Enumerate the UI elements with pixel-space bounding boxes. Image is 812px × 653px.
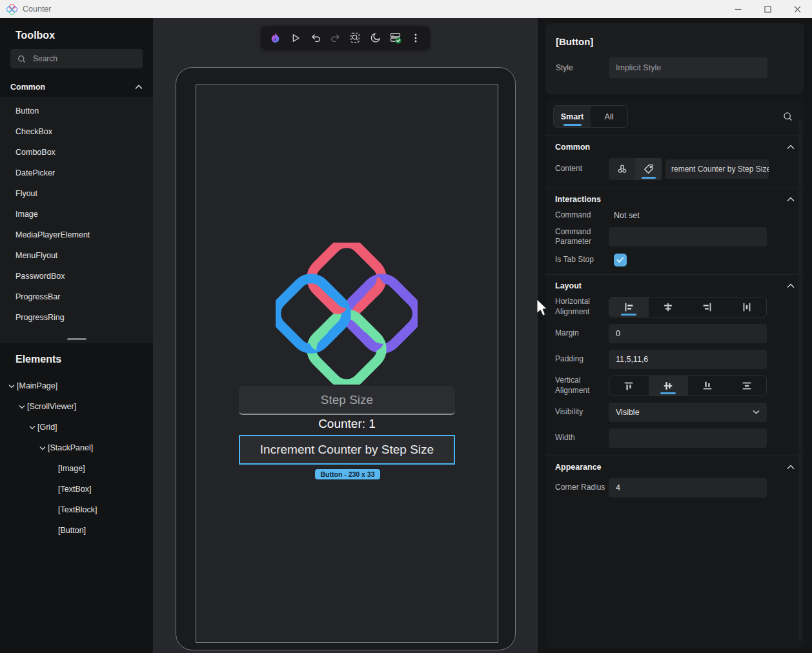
- check-icon: [616, 257, 624, 263]
- device-screen[interactable]: Step Size Counter: 1 Increment Counter b…: [196, 85, 498, 643]
- content-mode-toggle: [609, 158, 662, 180]
- align-center-vertical-icon: [662, 380, 674, 392]
- device-frame: Step Size Counter: 1 Increment Counter b…: [176, 67, 516, 650]
- align-center-horizontal-icon: [662, 301, 674, 313]
- section-interactions-header[interactable]: Interactions: [555, 188, 795, 210]
- align-top-button[interactable]: [609, 376, 649, 396]
- step-size-textbox[interactable]: Step Size: [239, 386, 455, 415]
- toolbox-item-menuflyout[interactable]: MenuFlyout: [0, 245, 153, 266]
- toolbox-item-passwordbox[interactable]: PasswordBox: [0, 266, 153, 286]
- toolbox-item-combobox[interactable]: ComboBox: [0, 142, 153, 163]
- counter-textblock[interactable]: Counter: 1: [239, 417, 455, 431]
- toolbox-item-checkbox[interactable]: CheckBox: [0, 121, 153, 142]
- content-binding-toggle[interactable]: [609, 158, 635, 180]
- command-value[interactable]: Not set: [609, 211, 640, 220]
- properties-panel: [Button] Style Implicit Style Smart All: [538, 18, 812, 653]
- app-window: Counter Toolbox Common: [0, 0, 812, 653]
- tree-node-label: [TextBox]: [58, 485, 91, 494]
- tree-node-textblock[interactable]: [TextBlock]: [0, 499, 153, 520]
- command-label: Command: [555, 210, 609, 221]
- chevron-down-icon[interactable]: [37, 446, 48, 450]
- panel-splitter[interactable]: [0, 334, 153, 343]
- tree-node-label: [Grid]: [37, 423, 57, 432]
- toolbox-item-datepicker[interactable]: DatePicker: [0, 163, 153, 183]
- is-tab-stop-checkbox[interactable]: [614, 254, 627, 266]
- toolbox-search[interactable]: [10, 49, 143, 68]
- toolbox-item-progressbar[interactable]: ProgressBar: [0, 286, 153, 307]
- tab-smart[interactable]: Smart: [554, 106, 591, 127]
- minimize-button[interactable]: [723, 0, 753, 18]
- maximize-button[interactable]: [753, 0, 782, 18]
- section-interactions: Interactions Command Not set Command Par…: [545, 188, 804, 266]
- chevron-up-icon: [787, 145, 795, 150]
- inspector-scrollbar[interactable]: [798, 119, 802, 641]
- play-button[interactable]: [287, 28, 304, 47]
- toolbox-item-button[interactable]: Button: [0, 101, 153, 121]
- tree-node-label: [Button]: [58, 526, 86, 535]
- tree-node-button[interactable]: [Button]: [0, 520, 153, 541]
- align-stretch-horizontal-button[interactable]: [727, 297, 766, 317]
- content-value-input[interactable]: rement Counter by Step Size: [665, 159, 769, 179]
- width-input[interactable]: [609, 428, 767, 448]
- align-right-button[interactable]: [688, 297, 727, 317]
- hot-design-flame-button[interactable]: [267, 28, 284, 47]
- section-layout-header[interactable]: Layout: [555, 275, 795, 297]
- command-parameter-input[interactable]: [609, 227, 767, 246]
- align-stretch-vertical-button[interactable]: [727, 376, 766, 396]
- padding-input[interactable]: 11,5,11,6: [609, 350, 767, 369]
- section-common-header[interactable]: Common: [555, 136, 795, 158]
- visibility-label: Visibility: [555, 407, 609, 417]
- increment-button-selected[interactable]: Increment Counter by Step Size: [239, 435, 455, 465]
- tree-node-image[interactable]: [Image]: [0, 458, 153, 479]
- toolbox-item-flyout[interactable]: Flyout: [0, 183, 153, 204]
- content-literal-toggle[interactable]: [635, 158, 662, 180]
- style-input[interactable]: Implicit Style: [609, 57, 767, 78]
- undo-button[interactable]: [307, 28, 324, 47]
- search-icon: [17, 54, 26, 64]
- chevron-down-icon[interactable]: [6, 384, 17, 388]
- vertical-alignment-label: Vertical Alignment: [555, 376, 609, 396]
- property-search-button[interactable]: [778, 108, 797, 126]
- toolbox-search-input[interactable]: [33, 54, 123, 63]
- align-center-vertical-button[interactable]: [649, 376, 688, 396]
- margin-input[interactable]: 0: [609, 324, 767, 343]
- chevron-down-icon[interactable]: [17, 405, 27, 409]
- tree-node-label: [Image]: [58, 464, 85, 473]
- align-bottom-button[interactable]: [688, 376, 727, 396]
- tree-node-stackpanel[interactable]: [StackPanel]: [0, 437, 153, 458]
- padding-label: Padding: [555, 354, 609, 365]
- toolbox-item-progressring[interactable]: ProgressRing: [0, 307, 153, 328]
- visibility-select[interactable]: Visible: [609, 403, 767, 422]
- more-menu-button[interactable]: [407, 28, 424, 47]
- section-appearance-header[interactable]: Appearance: [555, 456, 795, 478]
- toolbox-group-common[interactable]: Common: [0, 77, 153, 97]
- align-center-horizontal-button[interactable]: [649, 297, 688, 317]
- redo-button[interactable]: [327, 28, 344, 47]
- tree-node-grid[interactable]: [Grid]: [0, 417, 153, 437]
- validation-status-button[interactable]: [387, 28, 404, 47]
- horizontal-alignment-label: Horizontal Alignment: [555, 297, 609, 317]
- tab-all[interactable]: All: [591, 106, 627, 127]
- margin-label: Margin: [555, 328, 609, 339]
- tree-node-mainpage[interactable]: [MainPage]: [0, 376, 153, 396]
- style-label: Style: [556, 63, 609, 72]
- command-parameter-label: Command Parameter: [555, 227, 609, 247]
- content-label: Content: [555, 164, 609, 174]
- align-stretch-vertical-icon: [741, 380, 753, 392]
- toolbox-item-mediaplayerelement[interactable]: MediaPlayerElement: [0, 225, 153, 245]
- tag-icon: [643, 163, 655, 175]
- zoom-to-fit-button[interactable]: [347, 28, 364, 47]
- theme-toggle-button[interactable]: [367, 28, 384, 47]
- align-right-icon: [702, 301, 713, 313]
- close-button[interactable]: [782, 0, 812, 18]
- app-preview-logo-image[interactable]: [276, 243, 418, 385]
- design-canvas[interactable]: Step Size Counter: 1 Increment Counter b…: [153, 18, 538, 653]
- tree-node-label: [TextBlock]: [58, 505, 97, 514]
- flame-icon: [269, 32, 281, 44]
- align-left-button[interactable]: [609, 297, 649, 317]
- tree-node-textbox[interactable]: [TextBox]: [0, 479, 153, 499]
- toolbox-item-image[interactable]: Image: [0, 204, 153, 225]
- corner-radius-input[interactable]: 4: [609, 478, 767, 497]
- chevron-down-icon[interactable]: [27, 425, 37, 430]
- tree-node-scrollviewer[interactable]: [ScrollViewer]: [0, 396, 153, 417]
